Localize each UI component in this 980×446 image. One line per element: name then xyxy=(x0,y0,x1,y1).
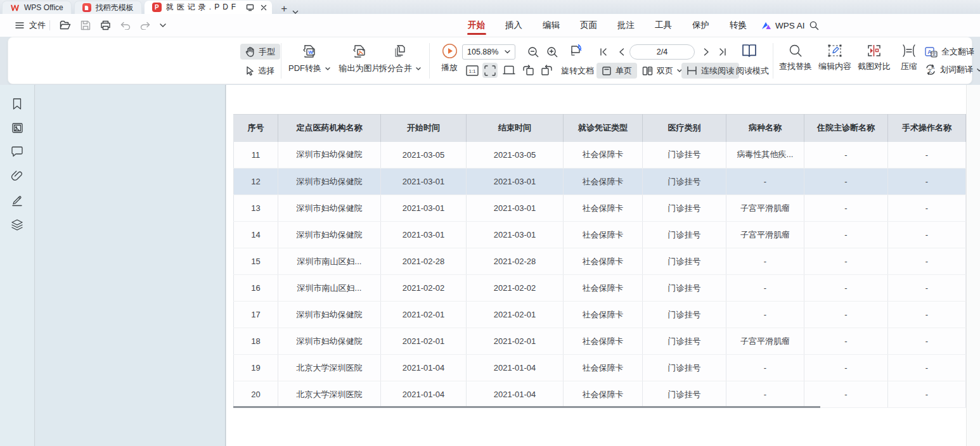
menu-item-4[interactable]: 批注 xyxy=(617,15,635,36)
single-page-button[interactable]: 单页 xyxy=(596,63,637,79)
svg-text:文: 文 xyxy=(932,51,936,56)
tab-docer-templates[interactable]: 找稻壳模板 xyxy=(74,1,142,14)
new-tab-button[interactable]: + xyxy=(281,3,287,14)
layers-icon[interactable] xyxy=(11,219,23,231)
word-translate-label: 划词翻译 xyxy=(940,64,973,75)
single-page-label: 单页 xyxy=(616,65,632,77)
actual-size-button[interactable]: 1:1 xyxy=(465,63,480,78)
split-merge-button[interactable]: 拆分合并 xyxy=(375,43,425,74)
table-row[interactable]: 12深圳市妇幼保健院2021-03-012021-03-01社会保障卡门诊挂号-… xyxy=(234,169,966,195)
table-header-cell: 开始时间 xyxy=(381,115,467,142)
monitor-icon[interactable] xyxy=(246,4,254,11)
select-tool-button[interactable]: 选择 xyxy=(240,63,280,79)
table-cell: 19 xyxy=(234,355,278,381)
close-tab-icon[interactable] xyxy=(261,4,267,11)
table-row[interactable]: 14深圳市妇幼保健院2021-03-012021-03-01社会保障卡门诊挂号子… xyxy=(234,222,966,248)
chevron-down-icon xyxy=(325,67,330,70)
vertical-scrollbar[interactable] xyxy=(966,85,980,446)
find-replace-icon xyxy=(789,44,803,58)
hamburger-icon[interactable] xyxy=(15,22,24,29)
menu-item-1[interactable]: 插入 xyxy=(505,15,523,36)
menu-item-6[interactable]: 保护 xyxy=(692,15,710,36)
last-page-button[interactable] xyxy=(716,44,730,60)
thumbnail-icon[interactable] xyxy=(11,122,23,134)
menu-bar: 文件 开始插入编辑页面批注工具保护转换 WPS AI xyxy=(0,14,980,37)
edit-content-button[interactable]: 编辑内容 xyxy=(816,44,854,72)
word-translate-icon: 文 A xyxy=(925,64,936,75)
compress-button[interactable]: 压缩 xyxy=(894,44,924,72)
zoom-level-select[interactable]: 105.88% xyxy=(462,44,515,60)
divider xyxy=(773,43,773,79)
qat-chevron-icon[interactable] xyxy=(160,23,166,27)
menu-item-7[interactable]: 转换 xyxy=(729,15,747,36)
continuous-read-icon xyxy=(687,66,697,75)
fit-page-button[interactable] xyxy=(482,63,498,78)
table-row[interactable]: 17深圳市妇幼保健院2021-02-012021-02-01社会保障卡门诊挂号-… xyxy=(234,302,966,328)
prev-page-button[interactable] xyxy=(614,44,628,60)
table-bottom-border xyxy=(233,406,820,408)
table-row[interactable]: 18深圳市妇幼保健院2021-02-012021-02-01社会保障卡门诊挂号子… xyxy=(234,328,966,355)
bookmark-icon[interactable] xyxy=(11,98,23,110)
divider xyxy=(49,20,50,30)
open-file-icon[interactable] xyxy=(60,20,71,30)
table-row[interactable]: 19北京大学深圳医院2021-01-042021-01-04社会保障卡门诊挂号-… xyxy=(234,355,966,381)
screenshot-compare-button[interactable]: 截图对比 xyxy=(855,44,893,72)
wps-ai-menu[interactable]: WPS AI xyxy=(775,21,805,30)
hand-tool-button[interactable]: 手型 xyxy=(240,44,280,60)
table-cell: 门诊挂号 xyxy=(643,222,726,248)
table-cell: 深圳市妇幼保健院 xyxy=(278,222,381,248)
print-icon[interactable] xyxy=(100,20,111,30)
table-row[interactable]: 15深圳市南山区妇...2021-02-282021-02-28社会保障卡门诊挂… xyxy=(234,248,966,275)
find-replace-button[interactable]: 查找替换 xyxy=(777,44,815,72)
wps-ai-logo-icon xyxy=(761,21,771,30)
save-icon[interactable] xyxy=(81,20,91,30)
tab-label: 找稻壳模板 xyxy=(96,3,134,13)
file-menu[interactable]: 文件 xyxy=(29,20,46,31)
read-mode-book-button[interactable] xyxy=(741,43,758,58)
undo-icon[interactable] xyxy=(120,22,131,30)
attachment-icon[interactable] xyxy=(11,169,23,182)
rotate-pages-button[interactable] xyxy=(569,44,584,59)
page-indicator-input[interactable]: 2/4 xyxy=(629,44,695,60)
table-row[interactable]: 16深圳市南山区妇...2021-02-022021-02-02社会保障卡门诊挂… xyxy=(234,275,966,302)
table-cell: 门诊挂号 xyxy=(643,195,726,222)
first-page-button[interactable] xyxy=(596,44,610,60)
navigation-panel[interactable] xyxy=(35,85,226,446)
table-row[interactable]: 11深圳市妇幼保健院2021-03-052021-03-05社会保障卡门诊挂号病… xyxy=(234,142,966,169)
table-header-cell: 住院主诊断名称 xyxy=(804,115,888,142)
zoom-in-button[interactable] xyxy=(545,44,560,60)
redo-icon[interactable] xyxy=(140,22,150,30)
menu-item-2[interactable]: 编辑 xyxy=(542,15,560,36)
word-translate-button[interactable]: 文 A 划词翻译 xyxy=(925,64,980,75)
table-row[interactable]: 13深圳市妇幼保健院2021-03-012021-03-01社会保障卡门诊挂号子… xyxy=(234,195,966,222)
table-cell: 20 xyxy=(234,381,278,408)
menu-item-3[interactable]: 页面 xyxy=(579,15,598,36)
pdf-convert-button[interactable]: W PDF转换 xyxy=(282,43,337,74)
menu-search-icon[interactable] xyxy=(809,21,819,30)
table-cell: 门诊挂号 xyxy=(643,275,726,302)
menu-item-5[interactable]: 工具 xyxy=(654,15,673,36)
single-page-icon xyxy=(602,66,612,76)
window-tab-bar: WPS Office 找稻壳模板 P 就医记录.PDF + xyxy=(0,0,980,14)
continuous-read-button[interactable]: 连续阅读 xyxy=(681,63,739,79)
rotate-doc-label[interactable]: 旋转文档 xyxy=(561,65,594,77)
zoom-out-button[interactable] xyxy=(525,44,541,60)
menu-item-0[interactable]: 开始 xyxy=(467,15,486,36)
rotate-left-button[interactable] xyxy=(520,63,536,78)
tab-wps-office[interactable]: WPS Office xyxy=(2,1,72,14)
signature-pen-icon[interactable] xyxy=(11,194,23,207)
table-cell: 社会保障卡 xyxy=(564,328,643,355)
table-row[interactable]: 20北京大学深圳医院2021-01-042021-01-04社会保障卡门诊挂号-… xyxy=(234,381,966,408)
comment-icon[interactable] xyxy=(11,146,23,157)
tab-document-active[interactable]: P 就医记录.PDF xyxy=(145,1,272,14)
fit-width-button[interactable] xyxy=(501,63,517,78)
next-page-button[interactable] xyxy=(699,44,713,60)
full-translate-button[interactable]: A 文 全文翻译 xyxy=(925,46,974,58)
read-mode-label-button[interactable]: 阅读模式 xyxy=(736,65,769,77)
table-cell: 子宫平滑肌瘤 xyxy=(726,328,804,355)
double-page-button[interactable]: 双页 xyxy=(637,63,687,79)
table-cell: 2021-01-04 xyxy=(381,355,467,381)
next-page-icon xyxy=(704,48,709,56)
table-cell: - xyxy=(804,355,888,381)
rotate-right-button[interactable] xyxy=(539,63,555,78)
